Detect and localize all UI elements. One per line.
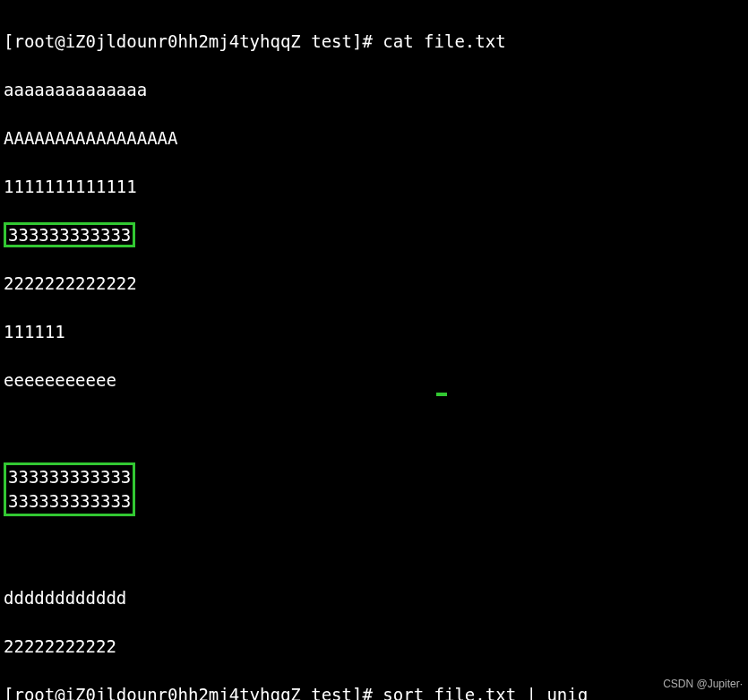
- command-2: sort file.txt | uniq: [383, 685, 588, 700]
- prompt-symbol: #: [362, 31, 372, 51]
- command-1: cat file.txt: [383, 31, 505, 51]
- highlight-box: 333333333333: [4, 222, 135, 247]
- prompt-dir: test: [311, 31, 352, 51]
- prompt-symbol: #: [362, 685, 372, 700]
- output-line: dddddddddddd: [4, 586, 744, 610]
- watermark: CSDN @Jupiter·: [663, 672, 743, 696]
- output-line: eeeeeeeeeee: [4, 368, 744, 393]
- output-line: 2222222222222: [4, 272, 744, 296]
- output-line: 22222222222: [4, 635, 744, 659]
- prompt-dir: test: [311, 685, 352, 700]
- prompt-host: iZ0jldounr0hh2mj4tyhqqZ: [65, 685, 301, 700]
- hl-line: 333333333333: [8, 491, 131, 511]
- prompt-user: root: [13, 685, 55, 700]
- hl-line: 333333333333: [8, 467, 131, 487]
- output-line-empty: [4, 538, 744, 562]
- output-line: 111111: [4, 320, 744, 344]
- output-line: aaaaaaaaaaaaaa: [4, 78, 744, 102]
- terminal[interactable]: [root@iZ0jldounr0hh2mj4tyhqqZ test]# cat…: [0, 0, 748, 700]
- prompt-host: iZ0jldounr0hh2mj4tyhqqZ: [65, 31, 301, 51]
- output-line-empty: [4, 417, 744, 441]
- output-line-highlighted: 333333333333: [4, 223, 744, 247]
- cursor-icon: [436, 393, 447, 396]
- prompt-line-1: [root@iZ0jldounr0hh2mj4tyhqqZ test]# cat…: [4, 30, 744, 54]
- highlight-box: 333333333333 333333333333: [4, 462, 135, 516]
- output-line: 1111111111111: [4, 175, 744, 199]
- output-line: AAAAAAAAAAAAAAAAA: [4, 126, 744, 151]
- output-line-highlighted-group: 333333333333 333333333333: [4, 465, 744, 514]
- prompt-line-2: [root@iZ0jldounr0hh2mj4tyhqqZ test]# sor…: [4, 683, 744, 700]
- prompt-user: root: [13, 31, 55, 51]
